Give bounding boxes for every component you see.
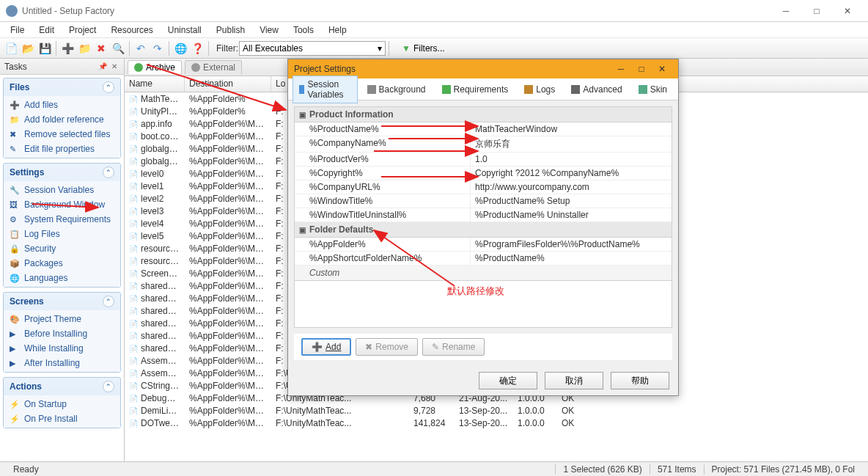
task-icon: ⚡ [10, 414, 20, 424]
group-screens[interactable]: Screens⌃ [4, 293, 120, 310]
task-remove-selected-files[interactable]: ✖Remove selected files [4, 127, 120, 142]
menu-tools[interactable]: Tools [286, 23, 321, 37]
task-edit-file-properties[interactable]: ✎Edit file properties [4, 142, 120, 156]
prop-row[interactable]: %ProductName%MathTeacherWindow [295, 122, 672, 136]
archive-icon [134, 63, 143, 72]
section-product-info[interactable]: ▣Product Information [295, 107, 672, 122]
tab-icon [639, 85, 647, 94]
task-log-files[interactable]: 📋Log Files [4, 227, 120, 241]
col-destination[interactable]: Destination [185, 76, 271, 92]
task-icon: ▶ [10, 358, 20, 368]
task-system-requirements[interactable]: ⚙System Requirements [4, 212, 120, 227]
group-settings[interactable]: Settings⌃ [4, 164, 120, 181]
file-icon: 📄 [129, 395, 139, 403]
task-icon: 📋 [10, 229, 20, 239]
undo-icon[interactable]: ↶ [133, 40, 149, 56]
prop-row[interactable]: %WindowTitleUninstall%%ProductName% Unin… [295, 208, 672, 222]
task-while-installing[interactable]: ▶While Installing [4, 341, 120, 356]
task-icon: ✎ [10, 144, 20, 154]
task-before-installing[interactable]: ▶Before Installing [4, 326, 120, 341]
rename-button[interactable]: ✎Rename [422, 338, 485, 356]
dialog-tab-background[interactable]: Background [361, 81, 433, 98]
prop-row[interactable]: %CompanyURL%http://www.yourcompany.com [295, 180, 672, 194]
help-button[interactable]: 帮助 [611, 372, 669, 389]
task-on-pre-install[interactable]: ⚡On Pre Install [4, 411, 120, 426]
prop-row[interactable]: %ProductVer%1.0 [295, 153, 672, 166]
search-icon[interactable]: 🔍 [110, 40, 126, 56]
section-folder-defaults[interactable]: ▣Folder Defaults [295, 222, 672, 238]
maximize-button[interactable]: □ [802, 2, 831, 20]
menu-view[interactable]: View [252, 23, 286, 37]
tab-external[interactable]: External [185, 60, 242, 74]
task-add-files[interactable]: ➕Add files [4, 98, 120, 112]
prop-row[interactable]: %WindowTitle%%ProductName% Setup [295, 194, 672, 208]
file-row[interactable]: 📄DOTween.dll%AppFolder%\Mat...F:\UnityMa… [125, 417, 868, 429]
pin-icon[interactable]: 📌 [98, 62, 108, 72]
prop-row[interactable]: %CompanyName%京师乐育 [295, 136, 672, 153]
dialog-maximize-button[interactable]: □ [631, 62, 652, 76]
dialog-tab-logs[interactable]: Logs [518, 81, 562, 98]
menu-publish[interactable]: Publish [209, 23, 252, 37]
dialog-tabs: Session VariablesBackgroundRequirementsL… [288, 78, 678, 100]
remove-button[interactable]: ✖Remove [356, 338, 418, 356]
globe-icon[interactable]: 🌐 [172, 40, 188, 56]
menu-project[interactable]: Project [62, 23, 103, 37]
save-icon[interactable]: 💾 [37, 40, 53, 56]
task-background-window[interactable]: 🖼Background Window [4, 197, 120, 212]
task-after-installing[interactable]: ▶After Installing [4, 356, 120, 370]
menu-help[interactable]: Help [321, 23, 354, 37]
task-on-startup[interactable]: ⚡On Startup [4, 397, 120, 411]
filter-select[interactable]: All Executables ▾ [239, 41, 386, 56]
close-button[interactable]: ✕ [833, 2, 862, 20]
prop-row[interactable]: %Copyright%Copyright ?2012 %CompanyName% [295, 166, 672, 180]
task-add-folder-reference[interactable]: 📁Add folder reference [4, 112, 120, 127]
help-icon[interactable]: ❓ [189, 40, 205, 56]
dialog-body: ▣Product Information %ProductName%MathTe… [294, 106, 672, 328]
task-project-theme[interactable]: 🎨Project Theme [4, 312, 120, 326]
dialog-minimize-button[interactable]: ─ [611, 62, 631, 76]
file-icon: 📄 [129, 133, 139, 141]
filters-button[interactable]: ▼ Filters... [397, 41, 450, 56]
redo-icon[interactable]: ↷ [150, 40, 166, 56]
tasks-panel: Tasks 📌 ✕ Files⌃➕Add files📁Add folder re… [0, 59, 125, 461]
task-icon: 🌐 [10, 273, 20, 283]
close-panel-icon[interactable]: ✕ [109, 62, 119, 72]
external-icon [191, 63, 200, 72]
chevron-up-icon: ⌃ [103, 296, 114, 307]
dialog-tab-skin[interactable]: Skin [632, 81, 674, 98]
section-custom[interactable]: Custom [295, 266, 672, 281]
tasks-title: Tasks [4, 62, 27, 72]
project-settings-dialog: Project Settings ─ □ ✕ Session Variables… [287, 59, 679, 396]
open-icon[interactable]: 📂 [20, 40, 36, 56]
task-session-variables[interactable]: 🔧Session Variables [4, 183, 120, 197]
col-name[interactable]: Name [125, 76, 185, 92]
dialog-tab-session-variables[interactable]: Session Variables [293, 76, 358, 103]
group-files[interactable]: Files⌃ [4, 78, 120, 96]
file-row[interactable]: 📄DemiLib.dll%AppFolder%\Mat...F:\UnityMa… [125, 404, 868, 417]
remove-icon[interactable]: ✖ [93, 40, 109, 56]
dialog-tab-requirements[interactable]: Requirements [435, 81, 515, 98]
prop-row[interactable]: %AppFolder%%ProgramFilesFolder%\%Product… [295, 238, 672, 252]
dialog-close-button[interactable]: ✕ [652, 62, 672, 76]
minimize-button[interactable]: ─ [771, 2, 801, 20]
status-selected: 1 Selected (626 KB) [555, 464, 649, 475]
add-button[interactable]: ➕Add [301, 338, 351, 356]
add-folder-icon[interactable]: 📁 [76, 40, 92, 56]
add-icon[interactable]: ➕ [59, 40, 76, 56]
task-security[interactable]: 🔒Security [4, 241, 120, 256]
tab-archive[interactable]: Archive [128, 60, 182, 74]
menu-file[interactable]: File [3, 23, 32, 37]
task-languages[interactable]: 🌐Languages [4, 271, 120, 285]
menu-edit[interactable]: Edit [32, 23, 62, 37]
window-title: Untitled - Setup Factory [22, 6, 771, 16]
new-icon[interactable]: 📄 [3, 40, 19, 56]
task-packages[interactable]: 📦Packages [4, 256, 120, 271]
dialog-tab-advanced[interactable]: Advanced [564, 81, 628, 98]
ok-button[interactable]: 确定 [479, 372, 537, 389]
cancel-button[interactable]: 取消 [545, 372, 603, 389]
menu-uninstall[interactable]: Uninstall [161, 23, 209, 37]
menu-resources[interactable]: Resources [103, 23, 160, 37]
group-actions[interactable]: Actions⌃ [4, 378, 120, 395]
task-icon: ⚡ [10, 399, 20, 409]
prop-row[interactable]: %AppShortcutFolderName%%ProductName% [295, 252, 672, 266]
